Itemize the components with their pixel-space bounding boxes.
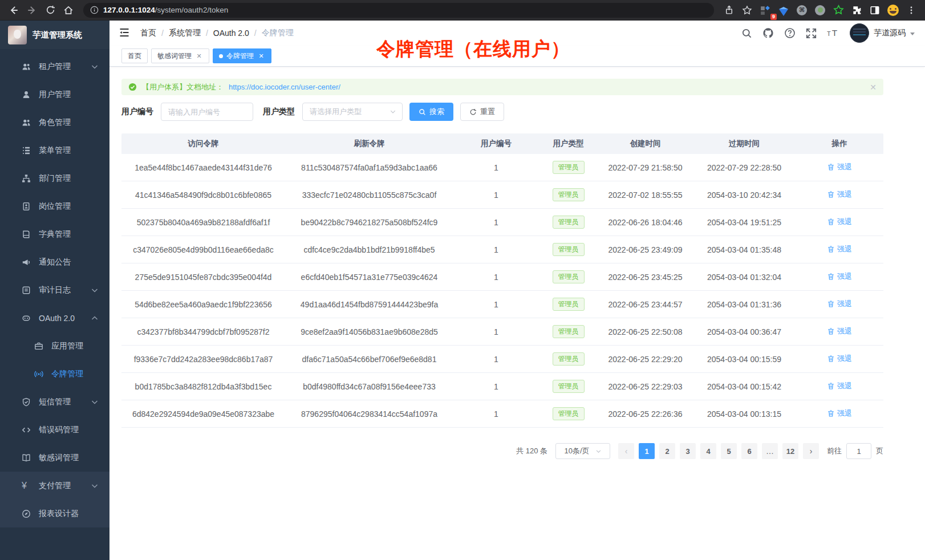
browser-menu-icon[interactable] bbox=[903, 2, 919, 18]
bookmark-star-icon[interactable] bbox=[739, 2, 755, 18]
more-pages-button[interactable]: … bbox=[762, 443, 778, 459]
green-star-extension-icon[interactable] bbox=[830, 2, 846, 18]
users-icon bbox=[22, 62, 31, 71]
close-tab-icon[interactable]: ✕ bbox=[195, 52, 203, 60]
table-row: f9336e7c7dd242a283ee98dc86b17a87dfa6c71a… bbox=[121, 346, 883, 373]
force-logout-button[interactable]: 强退 bbox=[827, 244, 852, 254]
active-dot bbox=[219, 54, 223, 58]
next-page-button[interactable]: › bbox=[803, 443, 819, 459]
action-cell: 强退 bbox=[796, 244, 883, 255]
back-icon[interactable] bbox=[6, 2, 22, 18]
tab-令牌管理[interactable]: 令牌管理✕ bbox=[213, 48, 271, 63]
search-button[interactable]: 搜索 bbox=[409, 103, 453, 121]
page-button-3[interactable]: 3 bbox=[680, 443, 696, 459]
main-panel: 首页 / 系统管理 / OAuth 2.0 / 令牌管理 bbox=[109, 21, 925, 560]
sidebar-item-审计日志[interactable]: 审计日志 bbox=[0, 276, 109, 304]
prev-page-button[interactable]: ‹ bbox=[618, 443, 634, 459]
user-type-badge: 管理员 bbox=[553, 298, 585, 311]
user-id-input[interactable] bbox=[161, 103, 253, 121]
force-logout-button[interactable]: 强退 bbox=[827, 299, 852, 309]
search-icon[interactable] bbox=[741, 28, 752, 39]
user-menu[interactable]: 芋道源码 bbox=[850, 23, 915, 43]
collapse-sidebar-icon[interactable] bbox=[119, 27, 131, 39]
page-button-1[interactable]: 1 bbox=[639, 443, 655, 459]
sidebar-item-报表设计器[interactable]: 报表设计器 bbox=[0, 500, 109, 527]
tab-首页[interactable]: 首页 bbox=[121, 48, 148, 63]
sidebar-item-错误码管理[interactable]: 错误码管理 bbox=[0, 416, 109, 444]
created-time-cell: 2022-06-25 22:50:08 bbox=[598, 327, 693, 336]
font-size-icon[interactable]: TT bbox=[827, 27, 839, 39]
recorder-extension-icon[interactable] bbox=[812, 2, 828, 18]
user-type-select[interactable]: 请选择用户类型 bbox=[302, 103, 403, 121]
column-header-用户类型: 用户类型 bbox=[539, 139, 598, 149]
share-icon[interactable] bbox=[721, 2, 737, 18]
chevron-down-icon bbox=[90, 62, 99, 71]
access-token-cell: c342377bf8b344799dcbf7bf095287f2 bbox=[121, 327, 285, 336]
tab-敏感词管理[interactable]: 敏感词管理✕ bbox=[151, 48, 209, 63]
side-panel-icon[interactable] bbox=[867, 2, 883, 18]
app-logo-band[interactable]: 芋道管理系统 bbox=[0, 21, 109, 49]
force-logout-button[interactable]: 强退 bbox=[827, 381, 852, 391]
sidebar-item-部门管理[interactable]: 部门管理 bbox=[0, 164, 109, 192]
breadcrumb-home[interactable]: 首页 bbox=[140, 28, 156, 38]
sidebar-item-敏感词管理[interactable]: 敏感词管理 bbox=[0, 444, 109, 472]
force-logout-button[interactable]: 强退 bbox=[827, 408, 852, 419]
alert-close-icon[interactable]: ✕ bbox=[870, 83, 877, 92]
fullscreen-icon[interactable] bbox=[806, 28, 817, 39]
breadcrumb-oauth[interactable]: OAuth 2.0 bbox=[213, 29, 249, 38]
sidebar-item-令牌管理[interactable]: 令牌管理 bbox=[0, 360, 109, 388]
access-token-cell: 275e5de9151045fe87cbdc395e004f4d bbox=[121, 273, 285, 282]
goto-page-input[interactable] bbox=[846, 443, 871, 459]
pager-buttons: ‹123456…12› bbox=[618, 443, 819, 459]
app-logo bbox=[8, 26, 27, 44]
sidebar-item-短信管理[interactable]: 短信管理 bbox=[0, 388, 109, 416]
reload-icon[interactable] bbox=[42, 2, 58, 18]
force-logout-button[interactable]: 强退 bbox=[827, 162, 852, 172]
org-chart-icon bbox=[22, 174, 31, 183]
sidebar-item-通知公告[interactable]: 通知公告 bbox=[0, 248, 109, 276]
force-logout-button[interactable]: 强退 bbox=[827, 354, 852, 364]
page-button-6[interactable]: 6 bbox=[741, 443, 757, 459]
profile-avatar-icon[interactable] bbox=[885, 2, 901, 18]
gem-extension-icon[interactable] bbox=[776, 2, 792, 18]
extension-grid-icon[interactable]: 9 bbox=[757, 2, 773, 18]
force-logout-button[interactable]: 强退 bbox=[827, 326, 852, 336]
page-button-5[interactable]: 5 bbox=[721, 443, 737, 459]
table-row: c347026e805e4d99b0d116eae66eda8ccdfc4ce9… bbox=[121, 236, 883, 263]
home-icon[interactable] bbox=[60, 2, 76, 18]
site-info-icon[interactable] bbox=[90, 6, 99, 14]
sidebar-item-岗位管理[interactable]: 岗位管理 bbox=[0, 192, 109, 220]
sidebar-item-角色管理[interactable]: 角色管理 bbox=[0, 108, 109, 136]
sidebar-item-应用管理[interactable]: 应用管理 bbox=[0, 332, 109, 360]
sidebar-item-用户管理[interactable]: 用户管理 bbox=[0, 80, 109, 108]
user-type-cell: 管理员 bbox=[539, 188, 598, 201]
sidebar-item-label: 错误码管理 bbox=[39, 425, 79, 435]
sidebar-item-字典管理[interactable]: 字典管理 bbox=[0, 220, 109, 248]
close-tab-icon[interactable]: ✕ bbox=[257, 52, 265, 60]
command-extension-icon[interactable]: ⌘ bbox=[794, 2, 810, 18]
puzzle-extensions-icon[interactable] bbox=[849, 2, 865, 18]
sidebar-item-label: 字典管理 bbox=[39, 229, 71, 240]
force-logout-button[interactable]: 强退 bbox=[827, 189, 852, 200]
dictionary-icon bbox=[22, 230, 31, 239]
user-id-cell: 1 bbox=[453, 382, 539, 391]
page-button-2[interactable]: 2 bbox=[659, 443, 675, 459]
created-time-cell: 2022-07-02 18:55:55 bbox=[598, 190, 693, 200]
page-button-12[interactable]: 12 bbox=[782, 443, 798, 459]
action-cell: 强退 bbox=[796, 326, 883, 337]
page-size-select[interactable]: 10条/页 bbox=[555, 443, 610, 459]
breadcrumb-system[interactable]: 系统管理 bbox=[169, 28, 201, 38]
reset-button[interactable]: 重置 bbox=[460, 103, 504, 121]
help-icon[interactable] bbox=[784, 27, 796, 39]
doc-link[interactable]: https://doc.iocoder.cn/user-center/ bbox=[229, 83, 340, 91]
github-icon[interactable] bbox=[762, 27, 774, 39]
forward-icon[interactable] bbox=[24, 2, 40, 18]
sidebar-item-支付管理[interactable]: ¥支付管理 bbox=[0, 472, 109, 500]
sidebar-item-菜单管理[interactable]: 菜单管理 bbox=[0, 136, 109, 164]
force-logout-button[interactable]: 强退 bbox=[827, 217, 852, 227]
sidebar-item-租户管理[interactable]: 租户管理 bbox=[0, 52, 109, 80]
address-bar[interactable]: 127.0.0.1:1024/system/oauth2/token bbox=[83, 3, 714, 18]
page-button-4[interactable]: 4 bbox=[700, 443, 716, 459]
force-logout-button[interactable]: 强退 bbox=[827, 271, 852, 282]
sidebar-item-OAuth 2.0[interactable]: OAuth 2.0 bbox=[0, 304, 109, 332]
